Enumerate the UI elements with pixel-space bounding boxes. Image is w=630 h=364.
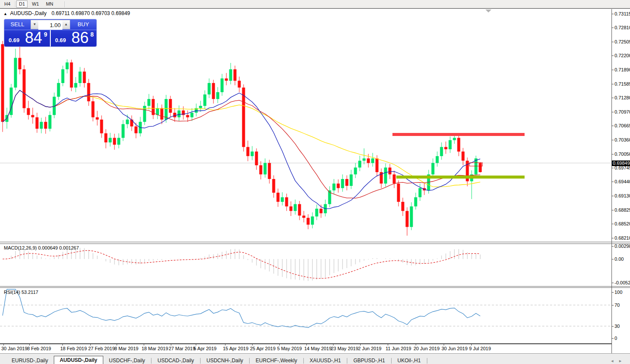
resistance-line[interactable]	[392, 133, 525, 136]
buy-price-display[interactable]: 0.69 86 8	[51, 30, 96, 46]
rsi-axis-label-tick	[612, 326, 614, 327]
ma-mid-red	[3, 90, 480, 198]
macd-signal-line	[3, 250, 480, 278]
macd-axis-label: -0.005256	[615, 280, 630, 285]
volume-decrease-icon[interactable]: ▼	[31, 20, 38, 29]
tab-ukoil-h1[interactable]: UKOil-,H1	[392, 357, 426, 364]
timeframe-d1-button[interactable]: D1	[16, 0, 28, 8]
macd-axis-label-tick	[612, 246, 614, 247]
price-axis-label-tick	[612, 98, 614, 98]
price-axis-label-tick	[612, 70, 614, 70]
date-label: 11 Jun 2019	[386, 346, 411, 351]
tab-eurchf-weekly[interactable]: EURCHF-,Weekly	[250, 357, 303, 364]
buy-button[interactable]: BUY	[70, 19, 96, 30]
tab-usdcad-daily[interactable]: USDCAD-,Daily	[152, 357, 200, 364]
rsi-panel[interactable]	[0, 288, 611, 343]
chart-symbol-period: AUDUSD-,Daily	[10, 10, 47, 16]
rsi-axis-label: 100	[615, 290, 622, 295]
macd-indicator-label: MACD(12,26,9) 0.000649 0.001267	[4, 245, 79, 250]
tab-separator	[303, 358, 304, 364]
price-axis-label: 0.70665	[615, 123, 630, 128]
mt4-terminal: { "toolbar": { "timeframes": [ {"label":…	[0, 0, 630, 364]
date-label: 23 May 2019	[331, 346, 358, 351]
volume-spinner: ▼ ▲	[31, 20, 70, 29]
date-label: 18 Feb 2019	[60, 346, 87, 351]
date-axis[interactable]: 30 Jan 20198 Feb 201918 Feb 201927 Feb 2…	[0, 344, 611, 353]
volume-input[interactable]	[38, 20, 62, 30]
date-label: 30 Jun 2019	[442, 346, 468, 351]
price-axis-label-tick	[612, 168, 614, 168]
date-tick	[171, 344, 171, 345]
chart-shift-marker-icon[interactable]	[485, 9, 491, 12]
toolbar-separator	[15, 1, 16, 7]
rsi-axis-label-tick	[612, 338, 614, 339]
tab-separator	[151, 358, 151, 364]
macd-axis-label: 0.00	[615, 256, 624, 262]
date-label: 5 Apr 2019	[194, 346, 216, 351]
date-tick	[306, 344, 307, 345]
rsi-indicator-label: RSI(14) 53.2117	[4, 290, 38, 295]
price-axis-label-tick	[612, 126, 614, 126]
rsi-axis-label: 30	[615, 324, 620, 329]
tab-scroll-right-icon[interactable]: ►	[618, 359, 622, 363]
date-tick	[360, 344, 361, 345]
price-axis-label-tick	[612, 182, 614, 182]
date-tick	[471, 344, 472, 345]
date-tick	[3, 344, 4, 345]
one-click-trading-panel: SELL ▼ ▲ BUY 0.69 84 9 0.69 86 8	[4, 19, 96, 46]
buy-price-big-digits: 86	[71, 29, 89, 46]
date-tick	[333, 344, 334, 345]
date-label: 9 Jul 2019	[469, 346, 491, 351]
price-axis-label-tick	[612, 28, 614, 28]
date-label: 15 Apr 2019	[223, 346, 248, 351]
toolbar-separator	[65, 1, 65, 7]
tab-separator	[347, 358, 347, 364]
support-line[interactable]	[396, 176, 525, 179]
ma-slow-yellow	[3, 90, 480, 187]
date-tick	[144, 344, 144, 345]
timeframe-mn-button[interactable]: MN	[43, 0, 56, 8]
date-tick	[90, 344, 91, 345]
date-tick	[225, 344, 225, 345]
price-axis-label: 0.71280	[615, 95, 630, 100]
collapse-triangle-icon[interactable]: ▲	[3, 12, 7, 16]
tab-usdcnh-daily[interactable]: USDCNH-,Daily	[201, 357, 249, 364]
tab-separator	[427, 358, 427, 364]
date-tick	[29, 344, 30, 345]
tab-audusd-daily[interactable]: AUDUSD-,Daily	[54, 356, 103, 364]
price-axis-label-tick	[612, 140, 614, 140]
candlesticks	[1, 41, 482, 236]
macd-panel[interactable]	[0, 244, 611, 286]
date-label: 14 May 2019	[304, 346, 332, 351]
macd-histogram	[3, 248, 480, 281]
sell-price-big-digits: 84	[25, 29, 42, 46]
tab-usdchf-daily[interactable]: USDCHF-,Daily	[103, 357, 151, 364]
volume-increase-icon[interactable]: ▲	[62, 20, 70, 29]
price-axis-label-tick	[612, 238, 614, 238]
sell-price-display[interactable]: 0.69 84 9	[4, 30, 51, 46]
tab-scroll-left-icon[interactable]: ◄	[610, 359, 614, 363]
price-axis-label: 0.68825	[615, 207, 630, 213]
price-axis-label: 0.71585	[615, 81, 630, 86]
timeframe-h4-button[interactable]: H4	[2, 0, 13, 8]
tab-gbpusd-h1[interactable]: GBPUSD-,H1	[348, 357, 390, 364]
sell-button[interactable]: SELL	[4, 19, 31, 30]
price-axis-label: 0.73115	[615, 11, 630, 16]
tab-xauusd-h1[interactable]: XAUUSD-,H1	[304, 357, 347, 364]
price-axis-label: 0.72810	[615, 25, 630, 30]
macd-axis-label-tick	[612, 259, 614, 259]
buy-price-pip-digit: 8	[90, 31, 94, 38]
date-label: 18 Mar 2019	[142, 346, 168, 351]
macd-axis-label-tick	[612, 283, 614, 283]
price-axis-label-tick	[612, 210, 614, 210]
price-axis-label: 0.72200	[615, 53, 630, 58]
date-label: 20 Jun 2019	[414, 346, 440, 351]
timeframe-w1-button[interactable]: W1	[29, 0, 42, 8]
rsi-line	[3, 289, 480, 327]
price-axis-line	[611, 9, 612, 353]
price-axis-label: 0.70360	[615, 137, 630, 142]
tab-eurusd-daily[interactable]: EURUSD-,Daily	[6, 357, 54, 364]
price-axis-label: 0.72505	[615, 39, 630, 44]
price-axis-label: 0.70970	[615, 109, 630, 114]
tab-separator	[249, 358, 250, 364]
